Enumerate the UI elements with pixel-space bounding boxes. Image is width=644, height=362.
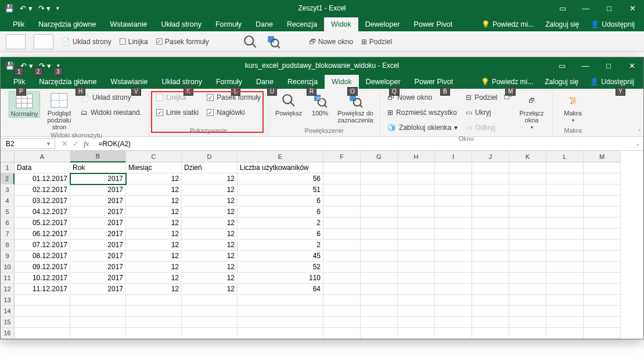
- cell-G7[interactable]: [361, 229, 398, 240]
- cell-I7[interactable]: [435, 229, 472, 240]
- cell-B3[interactable]: 2017: [70, 184, 126, 196]
- cell-C1[interactable]: Miesiąc: [126, 162, 182, 173]
- collapse-ribbon-icon[interactable]: ˄: [638, 129, 641, 135]
- cell-C13[interactable]: [126, 295, 182, 306]
- ribbon-options-icon[interactable]: ▭: [551, 57, 574, 74]
- qat-more-icon[interactable]: ▾: [56, 5, 59, 11]
- cell-A3[interactable]: 02.12.2017: [15, 184, 70, 196]
- signin[interactable]: Zaloguj się: [539, 17, 585, 31]
- cell-M11[interactable]: [584, 273, 621, 284]
- maximize-icon[interactable]: □: [598, 0, 621, 16]
- cell-G11[interactable]: [361, 273, 398, 284]
- cell-D2[interactable]: 12: [182, 173, 238, 184]
- cell-L13[interactable]: [546, 295, 584, 306]
- cell-H9[interactable]: [398, 251, 435, 262]
- cell-J10[interactable]: [472, 262, 509, 273]
- switch-windows-button[interactable]: 🗗 Przełącz okna ▾: [516, 91, 548, 130]
- cell-L11[interactable]: [546, 273, 584, 284]
- cell-G9[interactable]: [361, 251, 398, 262]
- cell-J2[interactable]: [472, 173, 509, 184]
- cell-E2[interactable]: 56: [238, 173, 323, 184]
- cell-C7[interactable]: 12: [126, 229, 182, 240]
- cell-G1[interactable]: [361, 162, 398, 173]
- expand-formula-icon[interactable]: ⌄: [632, 137, 643, 150]
- ribbon-options-icon[interactable]: ▭: [551, 0, 574, 16]
- tab-formulas[interactable]: Formuły: [208, 17, 249, 31]
- minimize-icon[interactable]: —: [574, 0, 598, 16]
- tab-view[interactable]: Widok: [325, 75, 359, 89]
- cell-G10[interactable]: [361, 262, 398, 273]
- cell-I14[interactable]: [435, 306, 472, 317]
- cell-G2[interactable]: [361, 173, 398, 184]
- cell-F8[interactable]: [323, 240, 361, 251]
- cell-G3[interactable]: [361, 184, 398, 196]
- cell-A16[interactable]: [15, 328, 70, 339]
- cell-A8[interactable]: 07.12.2017: [15, 240, 70, 251]
- page-layout-btn[interactable]: 📄 Układ strony: [62, 38, 111, 46]
- normal-view-button[interactable]: Normalny: [9, 91, 40, 118]
- cell-A2[interactable]: 01.12.2017: [15, 173, 70, 184]
- save-icon[interactable]: 💾: [5, 61, 15, 70]
- select-all-corner[interactable]: [1, 151, 15, 162]
- redo-icon[interactable]: ↷ ▾: [39, 61, 52, 70]
- row-header-4[interactable]: 4: [1, 196, 15, 207]
- cancel-icon[interactable]: ✕: [62, 139, 68, 148]
- cell-H3[interactable]: [398, 184, 435, 196]
- cell-J13[interactable]: [472, 295, 509, 306]
- row-header-3[interactable]: 3: [1, 184, 15, 196]
- cell-I1[interactable]: [435, 162, 472, 173]
- cell-D4[interactable]: 12: [182, 196, 238, 207]
- cell-G6[interactable]: [361, 218, 398, 229]
- cell-B7[interactable]: 2017: [70, 229, 126, 240]
- cell-C4[interactable]: 12: [126, 196, 182, 207]
- cell-C9[interactable]: 12: [126, 251, 182, 262]
- cell-C6[interactable]: 12: [126, 218, 182, 229]
- cell-H1[interactable]: [398, 162, 435, 173]
- cell-F2[interactable]: [323, 173, 361, 184]
- cell-D14[interactable]: [182, 306, 238, 317]
- cell-J15[interactable]: [472, 317, 509, 328]
- cell-H10[interactable]: [398, 262, 435, 273]
- cell-A1[interactable]: Data: [15, 162, 70, 173]
- tab-insert[interactable]: Wstawianie: [103, 17, 154, 31]
- cell-C8[interactable]: 12: [126, 240, 182, 251]
- tab-data[interactable]: Dane: [249, 75, 280, 89]
- tab-view[interactable]: Widok: [324, 17, 358, 31]
- split-btn[interactable]: ⊞ Podziel: [361, 38, 392, 46]
- cell-M7[interactable]: [584, 229, 621, 240]
- close-icon[interactable]: ✕: [620, 57, 643, 74]
- normal-view-icon[interactable]: [6, 34, 26, 49]
- cell-A5[interactable]: 04.12.2017: [15, 207, 70, 218]
- cell-F1[interactable]: [323, 162, 361, 173]
- qat-more-icon[interactable]: ▾: [57, 63, 60, 68]
- cell-L12[interactable]: [546, 284, 584, 295]
- cell-B16[interactable]: [70, 328, 126, 339]
- cell-M14[interactable]: [584, 306, 621, 317]
- cell-K11[interactable]: [509, 273, 546, 284]
- row-header-2[interactable]: 2: [1, 173, 15, 184]
- cell-G13[interactable]: [361, 295, 398, 306]
- cell-H16[interactable]: [398, 328, 435, 339]
- row-header-12[interactable]: 12: [1, 284, 15, 295]
- cell-C5[interactable]: 12: [126, 207, 182, 218]
- tab-formulas[interactable]: Formuły: [209, 75, 249, 89]
- cell-G15[interactable]: [361, 317, 398, 328]
- cell-J9[interactable]: [472, 251, 509, 262]
- macros-button[interactable]: 📜 Makra ▾: [557, 91, 589, 123]
- cell-F15[interactable]: [323, 317, 361, 328]
- cell-D16[interactable]: [182, 328, 238, 339]
- split-button[interactable]: ⊟ Podziel: [463, 91, 499, 104]
- cell-M8[interactable]: [584, 240, 621, 251]
- cell-B4[interactable]: 2017: [70, 196, 126, 207]
- cell-J6[interactable]: [472, 218, 509, 229]
- cell-I4[interactable]: [435, 196, 472, 207]
- cell-K4[interactable]: [509, 196, 546, 207]
- cell-C16[interactable]: [126, 328, 182, 339]
- cell-M12[interactable]: [584, 284, 621, 295]
- zoom-selection-button[interactable]: Powiększ do zaznaczenia: [336, 91, 375, 124]
- cell-G14[interactable]: [361, 306, 398, 317]
- cell-F6[interactable]: [323, 218, 361, 229]
- col-header-K[interactable]: K: [509, 151, 546, 162]
- row-header-16[interactable]: 16: [1, 328, 15, 339]
- cell-M16[interactable]: [584, 328, 621, 339]
